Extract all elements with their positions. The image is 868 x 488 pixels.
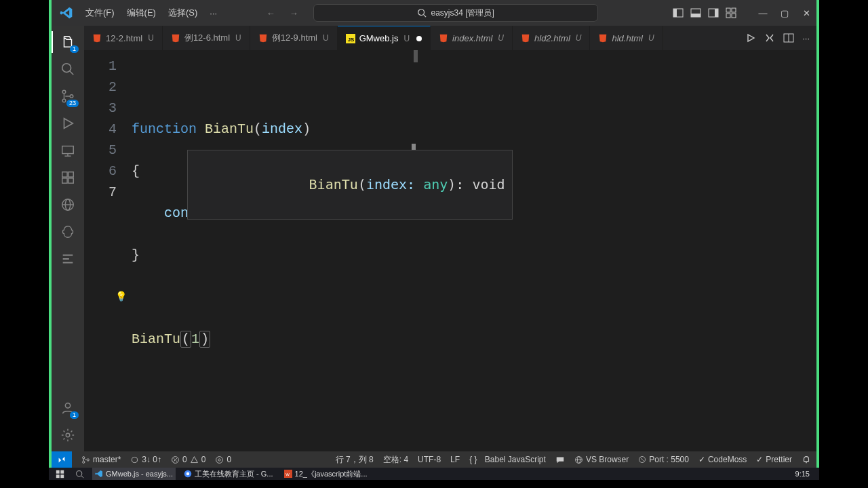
settings-gear-icon[interactable]: [58, 426, 77, 445]
debug-icon[interactable]: [58, 114, 77, 133]
tab-12-9[interactable]: 例12-9.html U: [250, 26, 338, 50]
explorer-icon[interactable]: 1: [58, 33, 77, 52]
sig-fn: BianTu: [309, 176, 358, 192]
taskbar-clock[interactable]: 9:15: [790, 470, 815, 478]
vs-browser[interactable]: VS Browser: [574, 455, 629, 464]
remote-indicator[interactable]: [52, 451, 72, 468]
layout-left-icon[interactable]: [673, 7, 684, 18]
tab-index[interactable]: index.html U: [431, 26, 513, 50]
svg-point-27: [65, 403, 70, 408]
svg-point-12: [62, 64, 71, 73]
tab-label: hld.html: [612, 33, 643, 43]
svg-point-39: [218, 458, 220, 460]
taskbar-chrome[interactable]: 工美在线教育主页 - G...: [181, 468, 276, 480]
svg-text:W: W: [285, 472, 290, 476]
svg-rect-21: [62, 178, 67, 183]
tab-hld[interactable]: hld.html U: [590, 26, 663, 50]
maximize-icon[interactable]: ▢: [780, 8, 789, 18]
svg-rect-11: [732, 14, 736, 18]
dirty-dot-icon: [416, 36, 422, 41]
split-editor-icon[interactable]: [783, 33, 794, 43]
tab-label: 例12-6.html: [184, 32, 230, 44]
format-icon[interactable]: [58, 249, 77, 268]
encoding[interactable]: UTF-8: [418, 455, 441, 464]
svg-rect-10: [726, 14, 730, 18]
globe-icon[interactable]: [58, 195, 77, 214]
extensions-icon[interactable]: [58, 168, 77, 187]
vscode-window: 文件(F) 编辑(E) 选择(S) ··· ← → easyjs34 [管理员]…: [49, 0, 819, 468]
svg-rect-48: [56, 474, 60, 478]
tab-label: index.html: [452, 33, 492, 43]
menu-edit[interactable]: 编辑(E): [121, 4, 161, 22]
signature-tooltip: BianTu(index: any): void: [187, 150, 513, 220]
svg-rect-7: [715, 9, 718, 17]
menu-select[interactable]: 选择(S): [163, 4, 203, 22]
layout-bottom-icon[interactable]: [690, 7, 701, 18]
menu-more[interactable]: ···: [204, 5, 222, 21]
tab-mark: U: [648, 33, 654, 43]
minimap[interactable]: [408, 50, 418, 451]
accounts-icon[interactable]: 1: [58, 399, 77, 418]
port-count: 0: [226, 455, 231, 464]
close-icon[interactable]: ✕: [802, 8, 811, 18]
branch-name: master*: [93, 455, 121, 464]
vscode-icon: [60, 6, 73, 20]
tab-mark: U: [403, 34, 410, 43]
codemoss[interactable]: ✓ CodeMoss: [698, 455, 747, 464]
tab-overflow-icon[interactable]: ···: [802, 33, 810, 43]
svg-point-34: [83, 461, 85, 463]
indentation[interactable]: 空格: 4: [383, 454, 408, 466]
svg-rect-22: [68, 178, 73, 183]
tab-label: hld2.html: [534, 33, 570, 43]
eol[interactable]: LF: [450, 455, 460, 464]
tab-gmweb[interactable]: JS GMweb.js U: [338, 26, 431, 50]
notifications-icon[interactable]: [802, 455, 811, 464]
nav-back-icon[interactable]: ←: [264, 8, 277, 18]
layout-grid-icon[interactable]: [726, 7, 736, 18]
tab-12-6[interactable]: 例12-6.html U: [163, 26, 250, 50]
tweet-feedback-icon[interactable]: [555, 455, 565, 464]
tab-hld2[interactable]: hld2.html U: [513, 26, 590, 50]
error-count: 0: [182, 455, 187, 464]
svg-point-15: [62, 99, 66, 102]
tab-12-2[interactable]: 12-2.html U: [84, 26, 163, 50]
taskbar-label: 工美在线教育主页 - G...: [195, 469, 273, 479]
git-branch[interactable]: master*: [81, 455, 121, 464]
warn-count: 0: [201, 455, 206, 464]
editor[interactable]: 1 2 3 4 5 6 7 function BianTu(index) { c…: [84, 50, 816, 451]
openai-icon[interactable]: [58, 222, 77, 241]
cursor-position[interactable]: 行 7，列 8: [336, 454, 374, 466]
nav-arrows: ← →: [264, 8, 300, 18]
command-center[interactable]: easyjs34 [管理员]: [313, 4, 598, 22]
live-server-port[interactable]: Port : 5500: [638, 455, 689, 464]
taskbar-search-icon[interactable]: [73, 468, 87, 480]
svg-rect-47: [60, 470, 64, 473]
taskbar-vscode[interactable]: GMweb.js - easyjs...: [92, 468, 176, 480]
menu-file[interactable]: 文件(F): [80, 4, 120, 22]
svg-point-53: [186, 472, 190, 476]
svg-rect-46: [56, 470, 60, 473]
svg-point-50: [77, 470, 82, 476]
nav-forward-icon[interactable]: →: [288, 8, 300, 18]
svg-point-28: [66, 433, 70, 437]
remote-explorer-icon[interactable]: [58, 141, 77, 160]
scm-icon[interactable]: 23: [58, 87, 77, 106]
run-icon[interactable]: [745, 33, 756, 43]
sync-count: 3↓ 0↑: [142, 455, 161, 464]
compare-icon[interactable]: [764, 33, 775, 43]
code-content[interactable]: function BianTu(index) { console.log("变图…: [132, 50, 408, 451]
git-sync[interactable]: 3↓ 0↑: [130, 455, 161, 464]
lightbulb-icon[interactable]: 💡: [115, 287, 127, 308]
tab-label: 12-2.html: [106, 33, 142, 43]
search-panel-icon[interactable]: [58, 60, 77, 79]
problems[interactable]: 0 0: [171, 455, 205, 464]
svg-point-40: [216, 456, 223, 463]
ports[interactable]: 0: [215, 455, 231, 464]
language-mode[interactable]: { } Babel JavaScript: [469, 455, 546, 464]
scm-badge: 23: [66, 100, 79, 107]
taskbar-wps[interactable]: W 12_《javascript前端...: [281, 468, 370, 480]
start-button[interactable]: [53, 468, 67, 480]
minimize-icon[interactable]: —: [758, 8, 768, 18]
prettier[interactable]: ✓ Prettier: [756, 455, 792, 464]
layout-right-icon[interactable]: [708, 7, 719, 18]
